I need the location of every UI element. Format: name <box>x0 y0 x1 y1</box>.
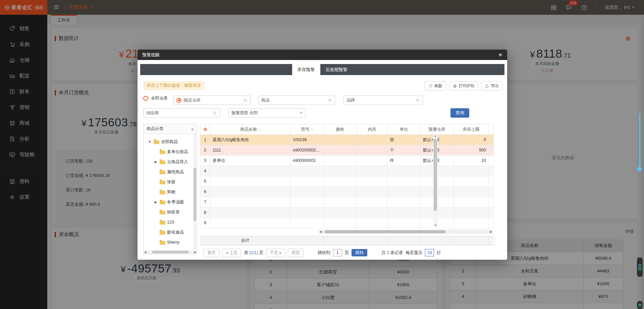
col-unit[interactable]: 单位 <box>387 124 421 135</box>
grid-row[interactable]: 7 <box>200 197 493 207</box>
next-page-button[interactable]: 下页 ▶ <box>266 249 285 257</box>
tree-item-label: 属性商品 <box>167 169 184 175</box>
row-index: 1 <box>200 135 210 145</box>
last-page-button[interactable]: 尾页 <box>288 249 304 257</box>
search-icon[interactable] <box>213 111 217 115</box>
tree-item-label: Sherry <box>167 240 179 245</box>
per-page-unit: 行 <box>437 250 441 256</box>
cell-memory <box>357 135 387 145</box>
cell-stock-limit: 500 <box>454 145 489 156</box>
query-button[interactable]: 查询 <box>450 108 469 118</box>
tree-item[interactable]: 张蓉 <box>144 177 197 187</box>
grid-row[interactable]: 6 <box>200 187 493 197</box>
tree-expand-icon[interactable]: ▼ <box>148 140 152 143</box>
col-warn-warehouse[interactable]: 预警仓库 <box>421 124 454 135</box>
jump-button[interactable]: 跳转 <box>352 249 367 256</box>
export-button[interactable]: 导出 <box>481 81 502 90</box>
tree-item[interactable]: 多单位商品 <box>144 147 197 157</box>
cell-color <box>324 197 357 207</box>
close-icon[interactable]: ✕ <box>498 52 502 58</box>
cell-product-name: 星期八52g银鱼肉丝 <box>210 135 290 145</box>
scroll-down-icon[interactable]: ▼ <box>434 224 437 227</box>
grid-row[interactable]: 2 1111 ml00200002... 个 默认仓库 500 <box>200 145 493 156</box>
product-filter-input[interactable]: 商品 <box>258 96 335 105</box>
scroll-indicator-dot[interactable] <box>637 167 642 171</box>
scroll-thumb[interactable] <box>434 139 437 211</box>
row-index: 2 <box>200 145 210 156</box>
stock-compare-notice: 库存上下限比较值：账面库存 <box>144 81 204 90</box>
scroll-right-icon[interactable]: ▶ <box>490 230 492 233</box>
tab-stock-warning[interactable]: 库存预警 <box>292 64 320 75</box>
col-item-code[interactable]: 货号↑↓ <box>290 124 324 135</box>
warn-type-select[interactable]: 预警类型 全部 ▼ <box>228 108 306 118</box>
widget-pill[interactable] <box>637 257 643 277</box>
cell-unit: 个 <box>387 145 421 156</box>
col-color[interactable]: 颜色 <box>324 124 357 135</box>
widget-pill[interactable] <box>637 301 643 309</box>
col-product-name[interactable]: 商品名称↑↓ <box>210 124 290 135</box>
sort-icon[interactable]: ↑↓ <box>258 128 260 131</box>
tree-expand-icon[interactable]: ▶ <box>154 200 158 204</box>
grid-settings-gear-icon[interactable] <box>200 124 210 135</box>
category-tree-panel: 商品分类 « ▼ 全部商品 多单位商品 ▶ 云商品导入 属性商品 张蓉 郑晓 ▶… <box>143 124 197 254</box>
tree-item[interactable]: ▼ 全部商品 <box>144 137 197 147</box>
tree-item-label: 云商品导入 <box>167 159 188 165</box>
scroll-up-icon[interactable]: ▲ <box>434 134 437 137</box>
tab-expiry-warning[interactable]: 近效期预警 <box>320 64 353 75</box>
radio-all-warehouse[interactable]: 全部仓库 <box>143 96 168 101</box>
grid-vscrollbar[interactable]: ▲ ▼ <box>433 134 438 227</box>
collapse-panel-icon[interactable]: « <box>191 126 194 132</box>
modal-title: 预警提醒 <box>142 52 160 58</box>
supplier-filter-input[interactable]: 供应商 <box>143 108 220 118</box>
tree-item[interactable]: ▶ 冬季汤圆 <box>144 197 197 207</box>
tree-list: ▼ 全部商品 多单位商品 ▶ 云商品导入 属性商品 张蓉 郑晓 ▶ 冬季汤圆 烘… <box>144 134 197 247</box>
tree-item[interactable]: 郑晓 <box>144 187 197 197</box>
refresh-icon <box>428 84 433 88</box>
folder-icon <box>160 241 165 245</box>
cell-unit: 件 <box>387 156 421 166</box>
cell-stub <box>489 145 494 156</box>
refresh-button[interactable]: 刷新 <box>425 81 446 90</box>
cell-product-name <box>210 166 290 176</box>
spec-warehouse-input[interactable]: 指定仓库 <box>173 96 251 105</box>
grid-hscrollbar[interactable]: ◀ ▶ <box>319 230 493 234</box>
sort-icon[interactable]: ↑↓ <box>311 128 313 131</box>
print-button[interactable]: 打印(F8) <box>449 81 478 90</box>
tree-item[interactable]: 膨化食品 <box>144 227 197 237</box>
grid-row[interactable]: 1 星期八52g银鱼肉丝 100238 袋 默认仓库 0 <box>200 135 493 145</box>
per-page-input[interactable]: 19 <box>425 249 434 256</box>
radio-selected-icon[interactable] <box>176 98 181 103</box>
scroll-left-icon[interactable]: ◀ <box>320 230 322 233</box>
cell-color <box>324 145 357 156</box>
cell-product-name: 多单位 <box>210 156 290 166</box>
jump-page-input[interactable]: 1 <box>333 249 342 256</box>
tree-item[interactable]: Sherry <box>144 237 197 247</box>
cell-stock-limit: 0 <box>454 135 489 145</box>
tree-item[interactable]: 123 <box>144 217 197 227</box>
search-icon[interactable] <box>416 98 420 103</box>
export-icon <box>485 84 489 88</box>
grid-row[interactable]: 3 多单位 ml00300001 件 默认仓库 10 <box>200 156 493 166</box>
tree-item[interactable]: 属性商品 <box>144 167 197 177</box>
first-page-button[interactable]: 首页 <box>204 249 219 257</box>
grid-row[interactable]: 8 <box>200 207 493 218</box>
tree-vscrollbar[interactable] <box>193 134 197 250</box>
grid-row[interactable]: 5 <box>200 176 493 187</box>
grid-row[interactable]: 9 <box>200 218 493 228</box>
col-memory[interactable]: 内存 <box>357 124 387 135</box>
grid-row[interactable]: 4 <box>200 166 493 176</box>
scroll-thumb[interactable] <box>325 230 445 233</box>
brand-filter-input[interactable]: 品牌 <box>343 96 423 105</box>
search-icon[interactable] <box>328 98 332 103</box>
cell-item-code <box>290 176 324 187</box>
search-icon[interactable] <box>243 98 248 103</box>
tree-item[interactable]: ▶ 云商品导入 <box>144 157 197 167</box>
col-stock-limit[interactable]: 库存上限 <box>454 124 489 135</box>
prev-page-button[interactable]: ◀ 上页 <box>222 249 241 257</box>
tree-item[interactable]: 烘焙类 <box>144 207 197 217</box>
radio-icon[interactable] <box>143 96 148 101</box>
cell-product-name <box>210 207 290 218</box>
row-index: 4 <box>200 166 210 176</box>
cell-product-name <box>210 218 290 228</box>
tree-expand-icon[interactable]: ▶ <box>154 160 158 164</box>
